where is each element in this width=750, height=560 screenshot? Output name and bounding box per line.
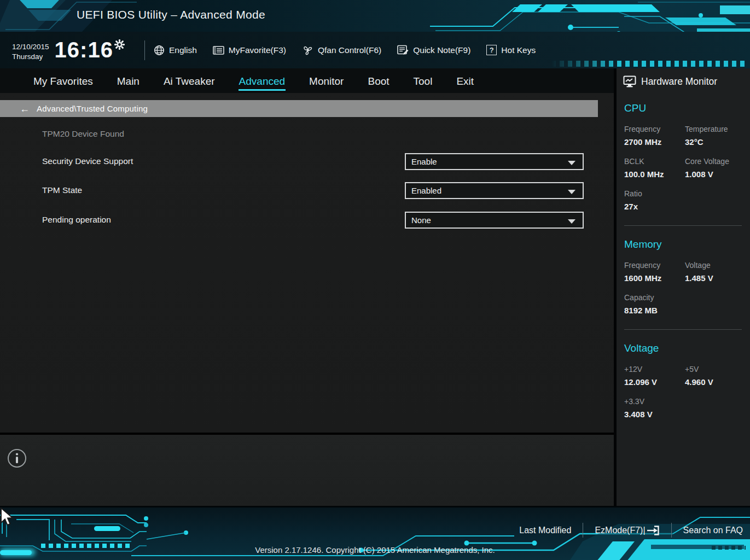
hardware-monitor-panel: Hardware Monitor CPU Frequency 2700 MHz …: [617, 68, 750, 506]
setting-label: TPM State: [42, 185, 82, 195]
cpu-bclk: BCLK 100.0 MHz: [624, 157, 685, 179]
hardware-monitor-title: Hardware Monitor: [641, 76, 717, 88]
cpu-frequency: Frequency 2700 MHz: [624, 125, 685, 147]
setting-row-security-device-support: Security Device Support Enable: [0, 153, 614, 172]
chevron-down-icon: [568, 190, 575, 194]
footer-separator: [583, 523, 583, 538]
language-label: English: [169, 45, 197, 55]
memory-frequency: Frequency 1600 MHz: [624, 261, 685, 283]
myfavorite-label: MyFavorite(F3): [229, 45, 286, 55]
language-button[interactable]: English: [154, 45, 197, 56]
ezmode-exit-icon: [647, 525, 660, 536]
memory-voltage: Voltage 1.485 V: [685, 261, 750, 283]
select-value: Enable: [411, 157, 437, 166]
tab-exit[interactable]: Exit: [456, 71, 474, 91]
select-pending-operation[interactable]: None: [405, 212, 584, 229]
toolbar: 12/10/2015 Thursday 16:16: [0, 32, 750, 68]
select-tpm-state[interactable]: Enabled: [405, 182, 584, 199]
fan-icon: [302, 45, 313, 56]
qfan-label: Qfan Control(F6): [318, 45, 381, 55]
tab-advanced[interactable]: Advanced: [239, 71, 286, 91]
date-text: 12/10/2015: [12, 42, 49, 52]
breadcrumb-path: Advanced\Trusted Computing: [37, 104, 148, 113]
time-text: 16:16: [55, 38, 113, 62]
datetime-display: 12/10/2015 Thursday 16:16: [12, 38, 125, 62]
tab-monitor[interactable]: Monitor: [309, 71, 344, 91]
quick-note-button[interactable]: Quick Note(F9): [397, 45, 470, 55]
cpu-temperature: Temperature 32°C: [685, 125, 750, 147]
voltage-3-3v: +3.3V 3.408 V: [624, 397, 685, 419]
section-title-cpu: CPU: [624, 102, 750, 114]
setting-row-pending-operation: Pending operation None: [0, 212, 614, 230]
info-icon: [7, 448, 27, 468]
quick-note-label: Quick Note(F9): [413, 45, 470, 55]
hot-keys-button[interactable]: ? Hot Keys: [486, 45, 536, 55]
tab-main[interactable]: Main: [117, 71, 140, 91]
ezmode-button[interactable]: EzMode(F7)|: [595, 525, 659, 536]
version-text: Version 2.17.1246. Copyright (C) 2015 Am…: [0, 545, 750, 555]
section-title-memory: Memory: [624, 238, 750, 250]
footer-separator: [671, 523, 672, 538]
tab-my-favorites[interactable]: My Favorites: [33, 71, 94, 91]
select-security-device-support[interactable]: Enable: [405, 153, 584, 170]
question-box-icon: ?: [486, 45, 497, 55]
title-bar: UEFI BIOS Utility – Advanced Mode: [0, 0, 750, 32]
setting-label: Security Device Support: [42, 156, 133, 166]
tpm-status-text: TPM20 Device Found: [42, 129, 124, 139]
voltage-12v: +12V 12.096 V: [624, 365, 685, 387]
ezmode-label: EzMode(F7)|: [595, 526, 645, 535]
breadcrumb: ← Advanced\Trusted Computing: [0, 100, 598, 117]
setting-row-tpm-state: TPM State Enabled: [0, 182, 614, 201]
chevron-down-icon: [568, 161, 575, 165]
hot-keys-label: Hot Keys: [501, 45, 536, 55]
day-text: Thursday: [12, 52, 49, 62]
qfan-control-button[interactable]: Qfan Control(F6): [302, 45, 381, 56]
section-divider: [624, 225, 742, 226]
mouse-cursor: [0, 508, 14, 527]
cpu-core-voltage: Core Voltage 1.008 V: [685, 157, 750, 179]
hardware-monitor-icon: [623, 75, 636, 88]
memory-capacity: Capacity 8192 MB: [624, 293, 685, 315]
section-divider: [624, 329, 742, 330]
settings-panel: ← Advanced\Trusted Computing TPM20 Devic…: [0, 93, 614, 433]
note-pencil-icon: [397, 45, 409, 55]
tab-tool[interactable]: Tool: [413, 71, 433, 91]
section-title-voltage: Voltage: [624, 342, 750, 354]
time-settings-gear-icon[interactable]: [114, 39, 125, 50]
main-menu-bar: My Favorites Main Ai Tweaker Advanced Mo…: [0, 68, 614, 93]
footer-band: Last Modified EzMode(F7)| Search on FAQ …: [0, 506, 750, 560]
chevron-down-icon: [568, 219, 575, 224]
select-value: None: [411, 215, 431, 225]
last-modified-button[interactable]: Last Modified: [519, 526, 571, 535]
voltage-5v: +5V 4.960 V: [685, 365, 750, 387]
globe-icon: [154, 45, 165, 56]
toolbar-separator: [144, 40, 145, 60]
myfavorite-button[interactable]: MyFavorite(F3): [213, 45, 286, 55]
tab-ai-tweaker[interactable]: Ai Tweaker: [163, 71, 216, 91]
help-description-panel: [0, 435, 614, 506]
app-title: UEFI BIOS Utility – Advanced Mode: [77, 8, 265, 21]
bios-screen: UEFI BIOS Utility – Advanced Mode 12/10/…: [0, 0, 750, 560]
back-arrow-icon[interactable]: ←: [20, 104, 30, 114]
select-value: Enabled: [411, 186, 441, 195]
search-on-faq-button[interactable]: Search on FAQ: [683, 526, 743, 535]
tab-boot[interactable]: Boot: [367, 71, 389, 91]
setting-label: Pending operation: [42, 215, 111, 225]
dotted-decoration-toolbar: [551, 61, 746, 67]
cpu-ratio: Ratio 27x: [624, 189, 685, 211]
favorite-list-icon: [213, 45, 224, 55]
